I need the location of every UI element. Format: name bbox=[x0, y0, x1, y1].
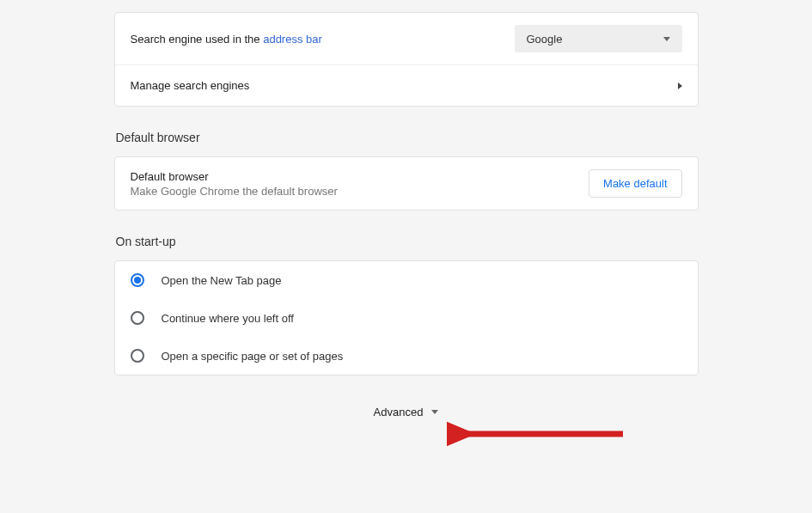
startup-section-title: On start-up bbox=[116, 235, 699, 248]
startup-card: Open the New Tab page Continue where you… bbox=[114, 260, 699, 376]
radio-icon[interactable] bbox=[131, 311, 144, 325]
manage-search-engines-row[interactable]: Manage search engines bbox=[115, 64, 698, 106]
search-engine-label-text: Search engine used in the bbox=[131, 33, 264, 46]
annotation-arrow-icon bbox=[447, 415, 636, 458]
default-browser-desc: Make Google Chrome the default browser bbox=[131, 185, 338, 198]
search-engine-selected: Google bbox=[527, 33, 563, 46]
default-browser-text: Default browser Make Google Chrome the d… bbox=[131, 170, 338, 198]
startup-option-continue[interactable]: Continue where you left off bbox=[115, 299, 698, 337]
startup-option-label: Open a specific page or set of pages bbox=[162, 350, 344, 363]
startup-option-specific-pages[interactable]: Open a specific page or set of pages bbox=[115, 337, 698, 375]
search-engine-row: Search engine used in the address bar Go… bbox=[115, 13, 698, 64]
make-default-button[interactable]: Make default bbox=[589, 169, 681, 198]
search-engine-label: Search engine used in the address bar bbox=[131, 33, 322, 46]
startup-option-new-tab[interactable]: Open the New Tab page bbox=[115, 261, 698, 299]
default-browser-label: Default browser bbox=[131, 170, 338, 183]
chevron-down-icon bbox=[663, 37, 670, 41]
startup-option-label: Open the New Tab page bbox=[162, 274, 282, 287]
default-browser-row: Default browser Make Google Chrome the d… bbox=[115, 157, 698, 210]
manage-search-engines-label: Manage search engines bbox=[131, 79, 250, 92]
search-engine-card: Search engine used in the address bar Go… bbox=[114, 12, 699, 107]
default-browser-card: Default browser Make Google Chrome the d… bbox=[114, 156, 699, 211]
default-browser-section-title: Default browser bbox=[116, 131, 699, 144]
advanced-toggle[interactable]: Advanced bbox=[114, 406, 699, 418]
search-engine-dropdown[interactable]: Google bbox=[515, 25, 682, 52]
advanced-label: Advanced bbox=[374, 406, 424, 418]
radio-icon[interactable] bbox=[131, 273, 144, 287]
chevron-right-icon bbox=[678, 82, 682, 89]
chevron-down-icon bbox=[431, 410, 438, 414]
radio-icon[interactable] bbox=[131, 349, 144, 363]
startup-option-label: Continue where you left off bbox=[162, 312, 294, 325]
address-bar-link[interactable]: address bar bbox=[263, 33, 322, 46]
